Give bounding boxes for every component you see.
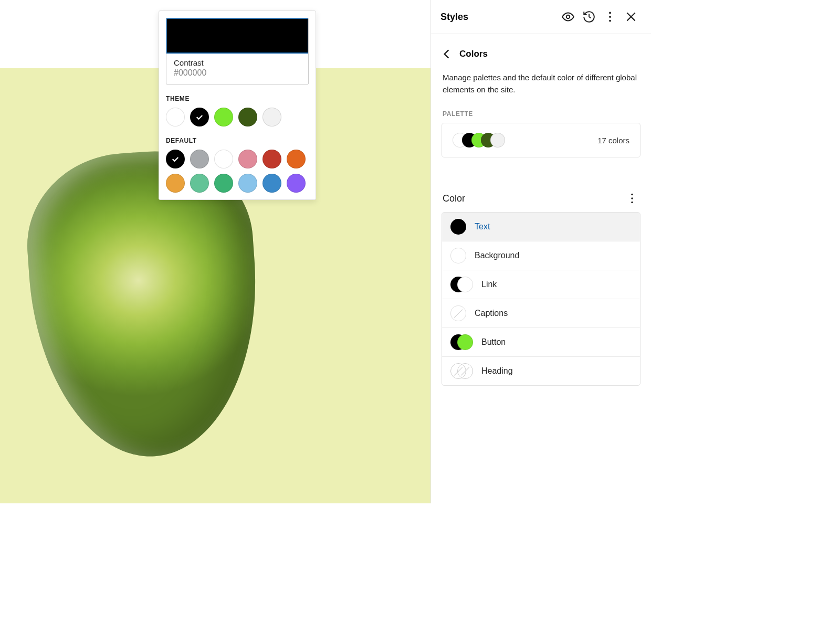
sidebar-title: Styles [440,12,558,23]
palette-color-dot [490,133,505,147]
default-swatch-gray[interactable] [190,150,209,168]
svg-point-3 [609,20,611,22]
color-item-label: Button [481,337,506,347]
default-section-label: DEFAULT [166,137,309,144]
default-swatch-red[interactable] [262,150,281,168]
theme-swatch-tertiary[interactable] [262,108,281,126]
default-swatch-teal[interactable] [190,174,209,193]
color-indicator-dot [457,363,473,379]
theme-swatch-primary[interactable] [214,108,233,126]
selected-color-hex: #000000 [174,68,301,78]
palette-card[interactable]: 17 colors [442,123,640,157]
panel-description: Manage palettes and the default color of… [431,70,651,107]
color-item-label: Captions [475,309,508,318]
color-item-heading[interactable]: Heading [442,356,640,385]
style-book-button[interactable] [558,6,579,27]
palette-count: 17 colors [597,136,629,145]
styles-sidebar: Styles Colors Manage palettes and the de… [430,0,651,503]
svg-point-1 [609,12,611,14]
history-icon [582,10,596,24]
selected-color-preview: Contrast #000000 [166,18,309,85]
default-swatch-blue[interactable] [262,174,281,193]
color-section-heading: Color [443,193,465,204]
color-item-label: Heading [481,366,513,376]
sidebar-breadcrumb: Colors [431,34,651,70]
panel-subtitle: Colors [459,49,488,59]
color-indicator-dot [450,219,466,235]
color-item-label: Link [481,280,497,289]
svg-point-8 [631,202,633,203]
check-icon [195,112,204,122]
color-item-link[interactable]: Link [442,270,640,299]
kebab-icon [625,192,639,205]
close-icon [624,10,638,24]
default-swatch-black[interactable] [166,150,185,168]
color-indicator-dot [450,305,466,321]
svg-point-0 [566,15,570,19]
default-swatch-pink[interactable] [238,150,257,168]
color-item-captions[interactable]: Captions [442,299,640,328]
color-elements-list: TextBackgroundLinkCaptionsButtonHeading [442,212,640,386]
svg-point-7 [631,197,633,199]
eye-icon [561,10,575,24]
color-item-text[interactable]: Text [442,213,640,241]
color-item-button[interactable]: Button [442,328,640,356]
editor-canvas: Contrast #000000 THEME DEFAULT [0,0,430,503]
color-item-label: Text [475,222,490,231]
color-indicator-dot [450,248,466,263]
selected-color-swatch[interactable] [166,18,308,53]
color-indicator-dot [457,277,473,292]
color-indicator-dot [457,334,473,350]
theme-swatch-base[interactable] [166,108,185,126]
theme-section-label: THEME [166,95,309,102]
default-swatch-lightblue[interactable] [238,174,257,193]
default-swatch-green[interactable] [214,174,233,193]
theme-swatch-contrast[interactable] [190,108,209,126]
sidebar-header: Styles [431,0,651,34]
more-menu-button[interactable] [600,6,621,27]
theme-swatch-secondary[interactable] [238,108,257,126]
palette-preview-stack [453,133,597,147]
color-item-label: Background [475,251,519,260]
revisions-button[interactable] [579,6,600,27]
color-item-background[interactable]: Background [442,241,640,270]
default-swatch-orange[interactable] [287,150,306,168]
back-button[interactable] [436,44,457,65]
check-icon [171,154,180,164]
default-swatch-purple[interactable] [287,174,306,193]
palette-section-label: PALETTE [431,107,651,123]
default-swatch-white[interactable] [214,150,233,168]
chevron-left-icon [440,47,454,61]
default-swatch-amber[interactable] [166,174,185,193]
kebab-icon [603,10,617,24]
svg-point-6 [631,194,633,195]
close-sidebar-button[interactable] [621,6,642,27]
color-picker-popover: Contrast #000000 THEME DEFAULT [159,10,316,200]
svg-point-2 [609,16,611,18]
color-section-menu-button[interactable] [625,191,639,206]
selected-color-name: Contrast [174,58,301,67]
